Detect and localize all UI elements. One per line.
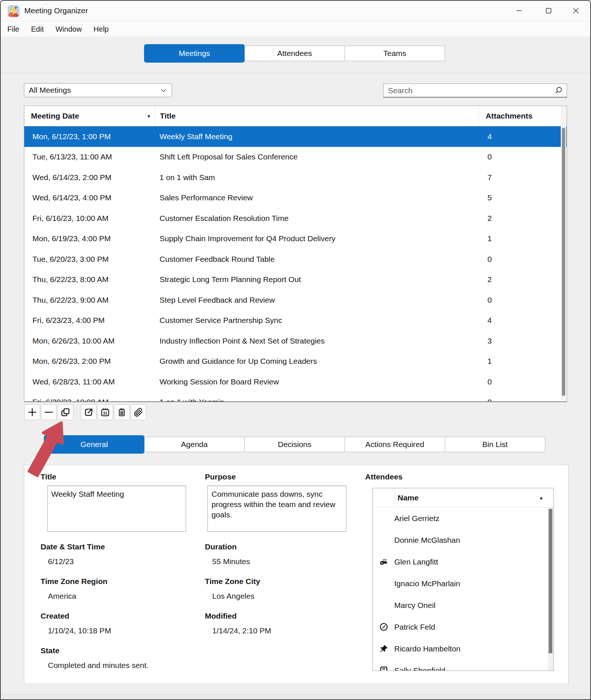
meeting-row[interactable]: Wed, 6/28/23, 11:00 AMWorking Session fo… bbox=[24, 372, 567, 392]
meeting-row[interactable]: Thu, 6/22/23, 9:00 AMStep Level Feedback… bbox=[24, 290, 567, 310]
attachments-button[interactable] bbox=[130, 404, 146, 420]
menu-item-file[interactable]: File bbox=[1, 23, 25, 36]
meeting-row[interactable]: Mon, 6/19/23, 4:00 PMSupply Chain Improv… bbox=[24, 229, 567, 249]
detail-tab-agenda[interactable]: Agenda bbox=[144, 437, 245, 452]
meeting-title-cell: 1 on 1 with Yasmin bbox=[155, 398, 479, 402]
meeting-title-cell: Shift Left Proposal for Sales Conference bbox=[155, 152, 479, 161]
meetings-table-body: Mon, 6/12/23, 1:00 PMWeekly Staff Meetin… bbox=[24, 126, 567, 402]
title-field[interactable]: Weekly Staff Meeting bbox=[47, 486, 186, 532]
attendee-row[interactable]: Ariel Gerrietz bbox=[373, 507, 553, 529]
calendar-button[interactable]: 31 bbox=[97, 404, 113, 420]
meeting-row[interactable]: Fri, 6/30/23, 10:00 AM1 on 1 with Yasmin… bbox=[24, 392, 567, 402]
meetings-table-scrollbar-thumb[interactable] bbox=[562, 128, 565, 396]
attendees-scrollbar-thumb[interactable] bbox=[549, 509, 552, 653]
detail-tab-decisions[interactable]: Decisions bbox=[244, 437, 345, 452]
tab-teams[interactable]: Teams bbox=[345, 46, 445, 61]
menu-item-window[interactable]: Window bbox=[50, 23, 88, 36]
pushpin-icon bbox=[379, 644, 389, 654]
attachments-cell: 1 bbox=[479, 357, 562, 366]
purpose-field[interactable]: Communicate pass downs, sync progress wi… bbox=[207, 486, 346, 532]
meeting-row[interactable]: Thu, 6/22/23, 8:00 AMStrategic Long Term… bbox=[24, 270, 567, 290]
menu-item-edit[interactable]: Edit bbox=[25, 23, 49, 36]
minimize-icon bbox=[516, 7, 522, 14]
detail-tab-bin-list[interactable]: Bin List bbox=[445, 437, 545, 452]
open-external-icon bbox=[84, 407, 94, 417]
meeting-title-cell: Working Session for Board Review bbox=[155, 377, 479, 386]
tab-attendees[interactable]: Attendees bbox=[244, 46, 345, 61]
attachments-cell: 0 bbox=[479, 152, 562, 161]
general-panel: Title Weekly Staff Meeting Purpose Commu… bbox=[24, 465, 569, 684]
menu-item-help[interactable]: Help bbox=[88, 23, 115, 36]
close-button[interactable] bbox=[564, 1, 588, 21]
search-input[interactable] bbox=[384, 86, 554, 95]
meeting-row[interactable]: Fri, 6/16/23, 10:00 AMCustomer Escalatio… bbox=[24, 208, 567, 229]
add-button[interactable] bbox=[24, 404, 40, 420]
meeting-title-cell: Step Level Feedback and Review bbox=[155, 296, 479, 305]
attendee-name: Ariel Gerrietz bbox=[394, 514, 440, 523]
meeting-row[interactable]: Fri, 6/23/23, 4:00 PMCustomer Service Pa… bbox=[24, 310, 567, 331]
duplicate-button[interactable] bbox=[57, 404, 73, 420]
attendee-row[interactable]: Patrick Feld bbox=[373, 616, 553, 638]
detail-tab-actions-required[interactable]: Actions Required bbox=[345, 437, 445, 452]
meetings-filter-dropdown[interactable]: All Meetings bbox=[24, 83, 172, 97]
meeting-row[interactable]: Wed, 6/14/23, 4:00 PMSales Performance R… bbox=[24, 188, 567, 208]
title-bar[interactable]: Meeting Organizer bbox=[1, 1, 590, 21]
attendee-row[interactable]: Ignacio McPharlain bbox=[373, 573, 553, 594]
tz-region-label: Time Zone Region bbox=[41, 577, 108, 586]
search-icon[interactable] bbox=[554, 86, 563, 95]
meeting-row[interactable]: Mon, 6/26/23, 10:00 AMIndustry Inflectio… bbox=[24, 331, 567, 351]
meeting-date-header-label: Meeting Date bbox=[31, 112, 79, 120]
tz-city-value: Los Angeles bbox=[212, 592, 254, 601]
duplicate-icon bbox=[60, 407, 70, 417]
attendee-row[interactable]: Ricardo Hambelton bbox=[373, 638, 553, 659]
minimize-button[interactable] bbox=[507, 1, 531, 21]
close-icon bbox=[573, 7, 579, 14]
column-header-attachments[interactable]: Attachments bbox=[479, 106, 562, 126]
app-window: Meeting Organizer FileEditWindowHelp Mee… bbox=[0, 0, 591, 700]
whistle-icon bbox=[379, 557, 389, 567]
open-external-button[interactable] bbox=[81, 404, 97, 420]
attendee-name: Ignacio McPharlain bbox=[394, 579, 460, 588]
remove-button[interactable] bbox=[41, 404, 57, 420]
meeting-date-cell: Tue, 6/13/23, 11:00 AM bbox=[24, 152, 155, 161]
meeting-date-cell: Wed, 6/14/23, 2:00 PM bbox=[24, 173, 155, 182]
created-value: 1/10/24, 10:18 PM bbox=[48, 626, 111, 635]
attendee-row[interactable]: Marcy Oneil bbox=[373, 594, 553, 616]
notes-button[interactable] bbox=[114, 404, 130, 420]
meeting-date-cell: Mon, 6/26/23, 2:00 PM bbox=[24, 357, 155, 366]
meeting-row[interactable]: Mon, 6/12/23, 1:00 PMWeekly Staff Meetin… bbox=[24, 126, 567, 147]
meeting-date-cell: Mon, 6/19/23, 4:00 PM bbox=[24, 234, 155, 243]
detail-tab-general[interactable]: General bbox=[44, 435, 144, 454]
column-header-name[interactable]: Name ▴ bbox=[394, 488, 553, 507]
title-field-value: Weekly Staff Meeting bbox=[51, 490, 124, 498]
meeting-row[interactable]: Mon, 6/26/23, 2:00 PMGrowth and Guidance… bbox=[24, 351, 567, 372]
meetings-table-header: Meeting Date ▾ Title Attachments bbox=[24, 106, 567, 126]
pushpin-icon-slot bbox=[373, 644, 394, 654]
column-header-title[interactable]: Title bbox=[155, 106, 479, 126]
tab-meetings[interactable]: Meetings bbox=[144, 44, 245, 63]
attendee-name: Ricardo Hambelton bbox=[394, 644, 461, 653]
badge-icon-slot bbox=[373, 665, 394, 671]
attendee-row[interactable]: Glen Langfitt bbox=[373, 551, 553, 573]
meeting-title-cell: Customer Service Partnership Sync bbox=[155, 316, 479, 325]
meeting-row[interactable]: Tue, 6/13/23, 11:00 AMShift Left Proposa… bbox=[24, 147, 567, 168]
sort-descending-icon: ▾ bbox=[147, 113, 150, 119]
meeting-row[interactable]: Wed, 6/14/23, 2:00 PM1 on 1 with Sam7 bbox=[24, 167, 567, 188]
created-label: Created bbox=[41, 612, 69, 620]
attendees-scrollbar[interactable] bbox=[548, 507, 553, 671]
search-box bbox=[383, 84, 567, 98]
meetings-table-scrollbar[interactable] bbox=[561, 106, 566, 401]
attendee-name: Patrick Feld bbox=[394, 623, 435, 632]
attendees-label: Attendees bbox=[365, 472, 403, 481]
meeting-title-cell: Customer Escalation Resolution Time bbox=[155, 214, 479, 223]
meeting-title-cell: Industry Inflection Point & Next Set of … bbox=[155, 337, 479, 345]
attendee-row[interactable]: Sally Shenfield bbox=[373, 659, 553, 671]
meeting-date-cell: Mon, 6/26/23, 10:00 AM bbox=[24, 337, 155, 345]
maximize-button[interactable] bbox=[536, 1, 561, 21]
meeting-row[interactable]: Tue, 6/20/23, 3:00 PMCustomer Feedback R… bbox=[24, 249, 567, 270]
meeting-title-cell: Sales Performance Review bbox=[155, 193, 479, 202]
state-value: Completed and minutes sent. bbox=[48, 661, 148, 670]
meeting-date-cell: Wed, 6/28/23, 11:00 AM bbox=[24, 377, 155, 386]
column-header-meeting-date[interactable]: Meeting Date ▾ bbox=[24, 106, 155, 126]
attendee-row[interactable]: Donnie McGlashan bbox=[373, 529, 553, 551]
